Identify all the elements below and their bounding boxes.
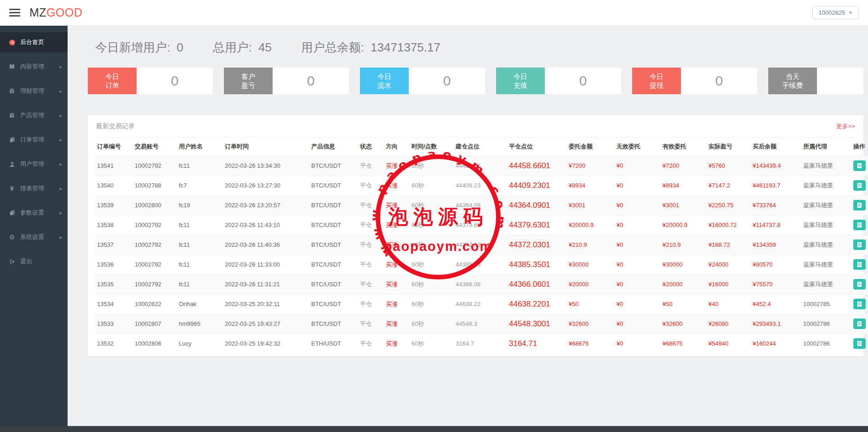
sidebar-item-report[interactable]: ¥报表管理▸ (0, 178, 68, 199)
col-header-actual-pnl: 实际盈亏 (707, 137, 751, 156)
cell-valid-entrust: ¥68675 (661, 334, 707, 353)
chevron-right-icon: ▸ (59, 234, 62, 240)
cell-duration: 60秒 (410, 195, 454, 215)
cell-valid-entrust: ¥30000 (661, 255, 707, 274)
cell-action (847, 176, 868, 195)
cell-actual-pnl: ¥26080 (707, 314, 751, 334)
cell-agent: 皇家马德里 (801, 255, 847, 274)
cell-order-time: 2022-03-26 13:34:30 (223, 156, 309, 176)
sidebar-item-product[interactable]: Ƀ产品管理▸ (0, 105, 68, 125)
cell-account: 10002788 (133, 176, 177, 195)
cell-actual-pnl: ¥5760 (707, 156, 751, 176)
cell-action (847, 215, 868, 235)
cell-entrust-amount: ¥7200 (567, 156, 615, 176)
cell-open-price: 44364.09 (454, 195, 507, 215)
cell-duration: 60秒 (410, 156, 454, 176)
sidebar-item-label: 退出 (20, 257, 62, 266)
bitcoin-icon: Ƀ (7, 87, 17, 95)
sidebar-item-content[interactable]: 内容管理▸ (0, 57, 68, 77)
logo-prefix: MZ (29, 6, 46, 19)
col-header-username: 用户姓名 (177, 137, 223, 156)
cell-order-no: 13541 (95, 156, 133, 176)
table-row: 1353910002800fc192022-03-26 13:20:57BTC/… (95, 195, 868, 215)
cell-action (847, 314, 868, 334)
order-detail-button[interactable] (853, 200, 866, 210)
cell-open-price: 44458.66 (454, 156, 507, 176)
col-header-invalid-entrust: 无效委托 (615, 137, 661, 156)
sidebar-item-user[interactable]: 用户管理▸ (0, 154, 68, 174)
sidebar-item-label: 用户管理 (20, 160, 59, 168)
chevron-right-icon: ▸ (59, 161, 62, 167)
cell-duration: 60秒 (410, 334, 454, 353)
app-logo[interactable]: MZGOOD (29, 6, 83, 19)
sidebar-item-label: 参数设置 (20, 209, 59, 217)
cell-status: 平仓 (358, 215, 384, 235)
cell-agent: 皇家马德里 (801, 156, 847, 176)
cell-order-no: 13539 (95, 195, 133, 215)
col-header-product: 产品信息 (309, 137, 358, 156)
cell-invalid-entrust: ¥0 (615, 215, 661, 235)
sidebar-item-system[interactable]: ⚙系统设置▸ (0, 227, 68, 247)
cell-direction: 买涨 (384, 255, 410, 274)
order-detail-button[interactable] (853, 239, 866, 250)
stat-card-title: 客户盈亏 (224, 68, 273, 94)
cell-invalid-entrust: ¥0 (615, 334, 661, 353)
order-detail-button[interactable] (853, 220, 866, 230)
sidebar-item-label: 系统设置 (20, 233, 59, 241)
order-detail-button[interactable] (853, 318, 866, 329)
cell-order-no: 13534 (95, 294, 133, 314)
order-detail-button[interactable] (853, 259, 866, 270)
sidebar-item-label: 内容管理 (20, 63, 59, 71)
sidebar-item-label: 订单管理 (20, 136, 59, 144)
user-icon (7, 161, 17, 167)
cell-close-price: 44385.3501 (507, 255, 567, 274)
cell-valid-entrust: ¥20000.9 (661, 215, 707, 235)
order-detail-button[interactable] (853, 160, 866, 171)
cell-balance-after: ¥733764 (751, 195, 801, 215)
sidebar-item-params[interactable]: 参数设置▸ (0, 203, 68, 223)
cell-agent: 皇家马德里 (801, 195, 847, 215)
cell-product: BTC/USDT (309, 274, 358, 294)
cell-product: BTC/USDT (309, 235, 358, 255)
table-row: 1354110002792fc112022-03-26 13:34:30BTC/… (95, 156, 868, 176)
col-header-order-time: 订单时间 (223, 137, 309, 156)
order-detail-button[interactable] (853, 338, 866, 349)
table-row: 1353810002792fc112022-03-26 11:43:10BTC/… (95, 215, 868, 235)
sidebar-item-finance[interactable]: Ƀ理财管理▸ (0, 81, 68, 101)
stat-card-title: 今日流水 (360, 68, 409, 94)
hamburger-menu-icon[interactable] (9, 9, 20, 17)
cell-action (847, 156, 868, 176)
cell-agent: 皇家马德里 (801, 215, 847, 235)
cell-entrust-amount: ¥210.9 (567, 235, 615, 255)
cell-order-time: 2022-03-25 19:42:32 (223, 334, 309, 353)
stat-card-today-withdrawal: 今日提现0 (632, 68, 757, 94)
order-detail-button[interactable] (853, 279, 866, 290)
order-detail-button[interactable] (853, 299, 866, 309)
cell-close-price: 44409.2301 (507, 176, 567, 195)
cell-actual-pnl: ¥16000.72 (707, 215, 751, 235)
chevron-down-icon: ▼ (848, 10, 853, 15)
sidebar-item-dashboard[interactable]: 后台首页 (0, 32, 68, 52)
cell-actual-pnl: ¥168.72 (707, 235, 751, 255)
cell-order-time: 2022-03-26 11:43:10 (223, 215, 309, 235)
cell-status: 平仓 (358, 195, 384, 215)
sidebar-item-order[interactable]: 订单管理▸ (0, 130, 68, 150)
col-header-action: 操作 (847, 137, 868, 156)
sidebar-item-logout[interactable]: 退出 (0, 251, 68, 272)
cell-close-price: 44372.0301 (507, 235, 567, 255)
sidebar-item-label: 后台首页 (20, 38, 62, 46)
stat-label: 总用户: (213, 40, 252, 56)
account-dropdown[interactable]: 10002825 ▼ (812, 6, 859, 19)
cell-direction: 买涨 (384, 274, 410, 294)
col-header-order-no: 订单编号 (95, 137, 133, 156)
order-detail-button[interactable] (853, 180, 866, 191)
cell-status: 平仓 (358, 314, 384, 334)
cell-valid-entrust: ¥20000 (661, 274, 707, 294)
cell-balance-after: ¥461193.7 (751, 176, 801, 195)
more-link[interactable]: 更多>> (836, 122, 855, 131)
cell-direction: 买涨 (384, 215, 410, 235)
cell-balance-after: ¥143439.4 (751, 156, 801, 176)
table-row: 1353510002792fc112022-03-26 11:31:21BTC/… (95, 274, 868, 294)
cell-direction: 买涨 (384, 156, 410, 176)
panel-title: 最新交易记录 (96, 122, 135, 131)
